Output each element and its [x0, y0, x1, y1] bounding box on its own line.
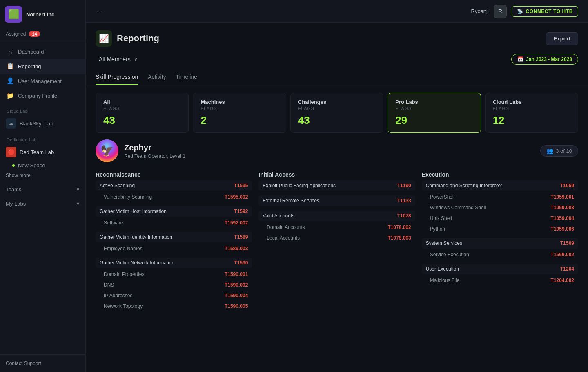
new-space-item[interactable]: New Space [0, 160, 85, 170]
recon-ip-addresses[interactable]: IP Addresses T1590.004 [96, 291, 252, 300]
initial-access-title: Initial Access [258, 167, 415, 180]
sidebar-item-label: Company Profile [18, 93, 57, 99]
initial-access-section: Initial Access Exploit Public Facing App… [258, 167, 415, 312]
sidebar-item-dashboard[interactable]: ⌂ Dashboard [0, 45, 85, 59]
vpn-icon: 📡 [517, 9, 523, 14]
page-title-row: 📈 Reporting [96, 30, 159, 47]
flag-card-cloud-labs[interactable]: Cloud Labs FLAGS 12 [485, 93, 578, 133]
sidebar: 🟩 Norbert Inc Assigned 14 ⌂ Dashboard 📋 … [0, 0, 86, 372]
reporting-page-icon: 📈 [96, 30, 112, 47]
sidebar-item-label: Dashboard [18, 49, 44, 55]
user-details: Zephyr Red Team Operator, Level 1 [124, 143, 185, 159]
company-name: Norbert Inc [26, 11, 54, 18]
new-space-dot [12, 164, 15, 167]
tab-activity[interactable]: Activity [148, 70, 166, 85]
teams-header[interactable]: Teams ∨ [0, 182, 85, 197]
recon-employee-names[interactable]: Employee Names T1589.003 [96, 244, 252, 253]
people-icon: 👥 [546, 148, 553, 154]
initial-external-remote[interactable]: External Remote Services T1133 [258, 195, 415, 206]
connect-to-htb-button[interactable]: 📡 CONNECT TO HTB [512, 6, 578, 17]
exec-windows-cmd[interactable]: Windows Command Shell T1059.003 [422, 203, 578, 213]
recon-title: Reconnaissance [96, 167, 252, 180]
dedicated-lab-name: Red Team Lab [20, 149, 54, 155]
recon-network-info[interactable]: Gather Victim Network Information T1590 [96, 258, 252, 268]
sidebar-item-reporting[interactable]: 📋 Reporting [0, 59, 85, 74]
assigned-badge: 14 [29, 31, 40, 37]
user-count-badge: 👥 3 of 10 [540, 145, 578, 157]
teams-label: Teams [6, 186, 21, 193]
exec-system-services[interactable]: System Services T1569 [422, 238, 578, 249]
export-button[interactable]: Export [546, 32, 578, 45]
flag-card-machines[interactable]: Machines FLAGS 2 [193, 93, 286, 133]
flags-grid: All FLAGS 43 Machines FLAGS 2 Challenges… [86, 85, 588, 139]
exec-malicious-file[interactable]: Malicious File T1204.002 [422, 276, 578, 285]
exec-user-execution[interactable]: User Execution T1204 [422, 264, 578, 274]
tab-timeline[interactable]: Timeline [176, 70, 197, 85]
dedicated-lab-item[interactable]: 🔴 Red Team Lab [0, 144, 85, 160]
tabs-row: Skill Progression Activity Timeline [86, 70, 588, 85]
member-select-label: All Members [99, 56, 131, 63]
dashboard-icon: ⌂ [7, 48, 14, 55]
initial-valid-accounts[interactable]: Valid Accounts T1078 [258, 211, 415, 221]
mitre-grid: Reconnaissance Active Scanning T1595 Vul… [86, 167, 588, 322]
exec-service-execution[interactable]: Service Execution T1569.002 [422, 250, 578, 260]
reporting-icon: 📋 [7, 63, 14, 70]
exec-scripting-interpreter[interactable]: Command and Scripting Interpreter T1059 [422, 180, 578, 191]
date-range-picker[interactable]: 📅 Jan 2023 - Mar 2023 [511, 54, 578, 65]
user-avatar-large: 🦅 [96, 139, 118, 162]
user-card: 🦅 Zephyr Red Team Operator, Level 1 👥 3 … [86, 139, 588, 167]
recon-active-scanning[interactable]: Active Scanning T1595 [96, 180, 252, 191]
recon-vuln-scanning[interactable]: Vulnerability Scanning T1595.002 [96, 192, 252, 202]
recon-domain-props[interactable]: Domain Properties T1590.001 [96, 269, 252, 279]
cloud-lab-label: Cloud Lab [0, 103, 85, 115]
calendar-icon: 📅 [517, 56, 523, 62]
svg-text:🦅: 🦅 [100, 144, 114, 157]
exec-powershell[interactable]: PowerShell T1059.001 [422, 192, 578, 202]
my-labs-header[interactable]: My Labs ∨ [0, 197, 85, 211]
flag-card-pro-labs[interactable]: Pro Labs FLAGS 29 [388, 93, 481, 133]
page-header: 📈 Reporting Export [86, 23, 588, 52]
cloud-lab-name: BlackSky: Lab [20, 121, 53, 127]
sidebar-item-label: Reporting [18, 63, 41, 69]
member-select[interactable]: All Members ∨ [96, 54, 141, 65]
user-name: Zephyr [124, 143, 185, 152]
assigned-label: Assigned [6, 31, 26, 37]
recon-network-topology[interactable]: Network Topology T1590.005 [96, 301, 252, 311]
sidebar-item-user-management[interactable]: 👤 User Management [0, 74, 85, 88]
user-info: 🦅 Zephyr Red Team Operator, Level 1 [96, 139, 185, 162]
initial-exploit-public[interactable]: Exploit Public Facing Applications T1190 [258, 180, 415, 191]
recon-dns[interactable]: DNS T1590.002 [96, 280, 252, 290]
exec-python[interactable]: Python T1059.006 [422, 224, 578, 234]
initial-domain-accounts[interactable]: Domain Accounts T1078.002 [258, 222, 415, 232]
exec-unix-shell[interactable]: Unix Shell T1059.004 [422, 213, 578, 223]
dedicated-lab-label: Dedicated Lab [0, 132, 85, 144]
initial-local-accounts[interactable]: Local Accounts T1078.003 [258, 233, 415, 243]
my-labs-label: My Labs [6, 201, 26, 207]
sidebar-divider [0, 42, 85, 42]
flag-card-all[interactable]: All FLAGS 43 [96, 93, 189, 133]
contact-support[interactable]: Contact Support [0, 354, 85, 372]
back-icon[interactable]: ← [96, 7, 103, 16]
sidebar-item-company-profile[interactable]: 📁 Company Profile [0, 88, 85, 103]
tab-skill-progression[interactable]: Skill Progression [96, 70, 138, 85]
sidebar-item-label: User Management [18, 78, 62, 84]
teams-chevron-icon: ∨ [76, 187, 80, 192]
flag-card-challenges[interactable]: Challenges FLAGS 43 [290, 93, 383, 133]
cloud-lab-icon: ☁ [6, 118, 16, 129]
user-avatar[interactable]: R [494, 5, 507, 18]
main-content: ← Ryoanji R 📡 CONNECT TO HTB 📈 Reporting… [86, 0, 588, 372]
date-range-label: Jan 2023 - Mar 2023 [526, 56, 572, 62]
recon-host-info[interactable]: Gather Victim Host Information T1592 [96, 206, 252, 217]
cloud-lab-item[interactable]: ☁ BlackSky: Lab [0, 115, 85, 132]
company-profile-icon: 📁 [7, 92, 14, 99]
topbar-left: ← [96, 7, 103, 16]
recon-identity-info[interactable]: Gather Victim Identity Information T1589 [96, 232, 252, 242]
show-more-button[interactable]: Show more [0, 170, 85, 182]
logo-icon[interactable]: 🟩 [5, 6, 22, 23]
user-count-label: 3 of 10 [556, 148, 572, 154]
my-labs-chevron-icon: ∨ [76, 201, 80, 206]
recon-software[interactable]: Software T1592.002 [96, 218, 252, 228]
filter-row: All Members ∨ 📅 Jan 2023 - Mar 2023 [86, 52, 588, 70]
new-space-label: New Space [18, 162, 45, 168]
execution-section: Execution Command and Scripting Interpre… [422, 167, 578, 312]
